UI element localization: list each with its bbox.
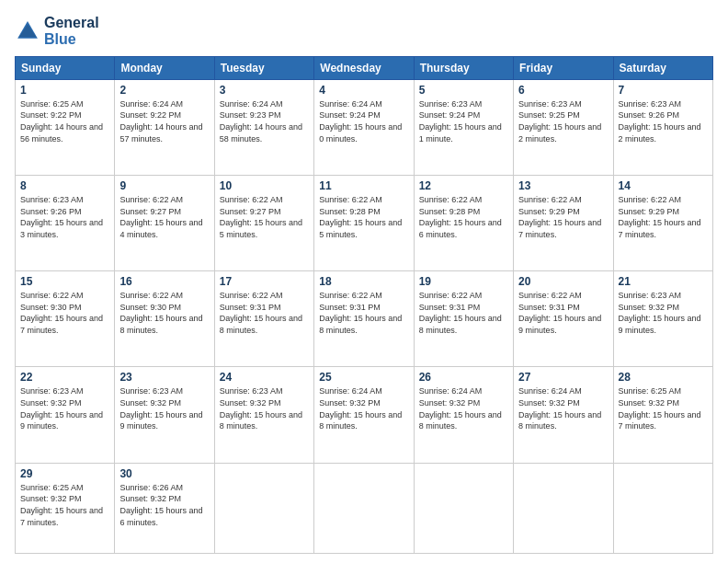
cell-info: Sunrise: 6:23 AM Sunset: 9:32 PM Dayligh…	[619, 290, 708, 336]
calendar-cell: 18 Sunrise: 6:22 AM Sunset: 9:31 PM Dayl…	[314, 271, 414, 367]
cell-info: Sunrise: 6:23 AM Sunset: 9:32 PM Dayligh…	[220, 385, 309, 431]
cell-info: Sunrise: 6:23 AM Sunset: 9:26 PM Dayligh…	[20, 194, 109, 240]
day-number: 15	[20, 275, 109, 288]
calendar-cell: 16 Sunrise: 6:22 AM Sunset: 9:30 PM Dayl…	[115, 271, 214, 367]
cell-info: Sunrise: 6:24 AM Sunset: 9:24 PM Dayligh…	[319, 98, 408, 144]
calendar-cell: 27 Sunrise: 6:24 AM Sunset: 9:32 PM Dayl…	[514, 367, 613, 463]
calendar-cell: 14 Sunrise: 6:22 AM Sunset: 9:29 PM Dayl…	[613, 176, 712, 271]
cell-info: Sunrise: 6:25 AM Sunset: 9:32 PM Dayligh…	[20, 482, 109, 528]
calendar-cell: 8 Sunrise: 6:23 AM Sunset: 9:26 PM Dayli…	[16, 176, 115, 271]
day-header-thursday: Thursday	[414, 56, 513, 79]
calendar-cell: 20 Sunrise: 6:22 AM Sunset: 9:31 PM Dayl…	[514, 271, 613, 367]
cell-info: Sunrise: 6:22 AM Sunset: 9:27 PM Dayligh…	[119, 194, 209, 240]
calendar-cell: 11 Sunrise: 6:22 AM Sunset: 9:28 PM Dayl…	[314, 176, 414, 271]
calendar-cell: 28 Sunrise: 6:25 AM Sunset: 9:32 PM Dayl…	[613, 367, 712, 463]
calendar-cell: 2 Sunrise: 6:24 AM Sunset: 9:22 PM Dayli…	[115, 79, 214, 175]
day-number: 21	[619, 275, 708, 288]
cell-info: Sunrise: 6:22 AM Sunset: 9:30 PM Dayligh…	[119, 290, 209, 336]
calendar-cell: 25 Sunrise: 6:24 AM Sunset: 9:32 PM Dayl…	[314, 367, 414, 463]
day-header-tuesday: Tuesday	[214, 56, 313, 79]
calendar-cell	[514, 463, 613, 553]
calendar-cell: 3 Sunrise: 6:24 AM Sunset: 9:23 PM Dayli…	[214, 79, 313, 175]
calendar-cell: 1 Sunrise: 6:25 AM Sunset: 9:22 PM Dayli…	[16, 79, 115, 175]
calendar-cell	[314, 463, 414, 553]
logo: General Blue	[15, 15, 99, 49]
cell-info: Sunrise: 6:22 AM Sunset: 9:28 PM Dayligh…	[319, 194, 408, 240]
calendar-cell: 21 Sunrise: 6:23 AM Sunset: 9:32 PM Dayl…	[613, 271, 712, 367]
page-container: General Blue SundayMondayTuesdayWednesda…	[0, 0, 728, 563]
calendar-cell: 10 Sunrise: 6:22 AM Sunset: 9:27 PM Dayl…	[214, 176, 313, 271]
day-header-wednesday: Wednesday	[314, 56, 414, 79]
cell-info: Sunrise: 6:23 AM Sunset: 9:25 PM Dayligh…	[518, 98, 608, 144]
cell-info: Sunrise: 6:22 AM Sunset: 9:31 PM Dayligh…	[419, 290, 508, 336]
day-number: 12	[419, 179, 508, 192]
cell-info: Sunrise: 6:23 AM Sunset: 9:24 PM Dayligh…	[419, 98, 508, 144]
day-number: 19	[419, 275, 508, 288]
day-number: 30	[119, 467, 209, 480]
svg-marker-1	[19, 25, 37, 38]
cell-info: Sunrise: 6:23 AM Sunset: 9:32 PM Dayligh…	[20, 385, 109, 431]
day-number: 29	[20, 467, 109, 480]
cell-info: Sunrise: 6:24 AM Sunset: 9:22 PM Dayligh…	[119, 98, 209, 144]
day-number: 27	[518, 371, 608, 384]
day-number: 9	[119, 179, 209, 192]
cell-info: Sunrise: 6:23 AM Sunset: 9:26 PM Dayligh…	[619, 98, 708, 144]
cell-info: Sunrise: 6:22 AM Sunset: 9:31 PM Dayligh…	[319, 290, 408, 336]
day-number: 17	[220, 275, 309, 288]
cell-info: Sunrise: 6:24 AM Sunset: 9:32 PM Dayligh…	[518, 385, 608, 431]
day-number: 20	[518, 275, 608, 288]
day-number: 16	[119, 275, 209, 288]
day-number: 2	[119, 84, 209, 97]
calendar-cell	[214, 463, 313, 553]
calendar-cell: 12 Sunrise: 6:22 AM Sunset: 9:28 PM Dayl…	[414, 176, 513, 271]
day-number: 18	[319, 275, 408, 288]
calendar-cell: 9 Sunrise: 6:22 AM Sunset: 9:27 PM Dayli…	[115, 176, 214, 271]
cell-info: Sunrise: 6:22 AM Sunset: 9:29 PM Dayligh…	[619, 194, 708, 240]
day-header-monday: Monday	[115, 56, 214, 79]
logo-icon	[15, 18, 40, 44]
cell-info: Sunrise: 6:24 AM Sunset: 9:23 PM Dayligh…	[220, 98, 309, 144]
calendar-cell: 15 Sunrise: 6:22 AM Sunset: 9:30 PM Dayl…	[16, 271, 115, 367]
cell-info: Sunrise: 6:25 AM Sunset: 9:22 PM Dayligh…	[20, 98, 109, 144]
calendar-cell: 30 Sunrise: 6:26 AM Sunset: 9:32 PM Dayl…	[115, 463, 214, 553]
day-number: 23	[119, 371, 209, 384]
cell-info: Sunrise: 6:26 AM Sunset: 9:32 PM Dayligh…	[119, 482, 209, 528]
day-number: 7	[619, 84, 708, 97]
day-number: 24	[220, 371, 309, 384]
calendar-cell	[613, 463, 712, 553]
cell-info: Sunrise: 6:22 AM Sunset: 9:27 PM Dayligh…	[220, 194, 309, 240]
calendar-cell: 29 Sunrise: 6:25 AM Sunset: 9:32 PM Dayl…	[16, 463, 115, 553]
calendar-cell: 5 Sunrise: 6:23 AM Sunset: 9:24 PM Dayli…	[414, 79, 513, 175]
calendar-cell: 6 Sunrise: 6:23 AM Sunset: 9:25 PM Dayli…	[514, 79, 613, 175]
header: General Blue	[15, 15, 713, 49]
day-number: 1	[20, 84, 109, 97]
day-header-friday: Friday	[514, 56, 613, 79]
calendar-cell: 24 Sunrise: 6:23 AM Sunset: 9:32 PM Dayl…	[214, 367, 313, 463]
calendar-cell: 17 Sunrise: 6:22 AM Sunset: 9:31 PM Dayl…	[214, 271, 313, 367]
day-number: 10	[220, 179, 309, 192]
day-number: 22	[20, 371, 109, 384]
day-number: 8	[20, 179, 109, 192]
cell-info: Sunrise: 6:25 AM Sunset: 9:32 PM Dayligh…	[619, 385, 708, 431]
cell-info: Sunrise: 6:22 AM Sunset: 9:28 PM Dayligh…	[419, 194, 508, 240]
day-number: 4	[319, 84, 408, 97]
calendar-cell: 7 Sunrise: 6:23 AM Sunset: 9:26 PM Dayli…	[613, 79, 712, 175]
calendar-table: SundayMondayTuesdayWednesdayThursdayFrid…	[15, 56, 713, 554]
cell-info: Sunrise: 6:22 AM Sunset: 9:31 PM Dayligh…	[518, 290, 608, 336]
calendar-cell: 13 Sunrise: 6:22 AM Sunset: 9:29 PM Dayl…	[514, 176, 613, 271]
day-header-sunday: Sunday	[16, 56, 115, 79]
day-number: 13	[518, 179, 608, 192]
cell-info: Sunrise: 6:24 AM Sunset: 9:32 PM Dayligh…	[419, 385, 508, 431]
day-header-saturday: Saturday	[613, 56, 712, 79]
logo-text: General Blue	[44, 15, 99, 49]
calendar-cell: 23 Sunrise: 6:23 AM Sunset: 9:32 PM Dayl…	[115, 367, 214, 463]
calendar-cell: 22 Sunrise: 6:23 AM Sunset: 9:32 PM Dayl…	[16, 367, 115, 463]
calendar-cell	[414, 463, 513, 553]
day-number: 28	[619, 371, 708, 384]
day-number: 11	[319, 179, 408, 192]
day-number: 5	[419, 84, 508, 97]
day-number: 26	[419, 371, 508, 384]
calendar-cell: 4 Sunrise: 6:24 AM Sunset: 9:24 PM Dayli…	[314, 79, 414, 175]
day-number: 14	[619, 179, 708, 192]
cell-info: Sunrise: 6:24 AM Sunset: 9:32 PM Dayligh…	[319, 385, 408, 431]
